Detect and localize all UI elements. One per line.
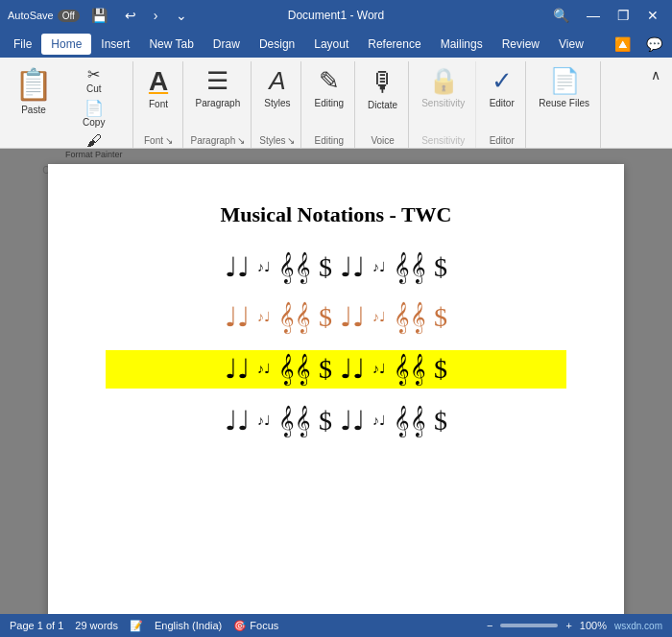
- more-commands-button[interactable]: ⌄: [170, 6, 193, 25]
- paragraph-label: Paragraph ↘: [191, 133, 246, 148]
- editor-items: ✓ Editor: [485, 63, 519, 133]
- notation-row-2: ♩♩ ♪♩ 𝄞𝄞$ ♩♩ ♪♩ 𝄞𝄞$: [217, 300, 455, 335]
- editor-label: Editor: [490, 133, 515, 148]
- zoom-in-button[interactable]: +: [565, 620, 571, 631]
- font-expand-icon[interactable]: ↘: [165, 135, 173, 146]
- format-painter-button[interactable]: 🖌 Format Painter: [61, 130, 127, 161]
- small-notes-1: ♪♩: [257, 261, 271, 274]
- editing-label: Editing: [314, 133, 344, 148]
- music-symbols-7: ♩♩: [340, 304, 365, 331]
- autosave-toggle[interactable]: AutoSave Off: [8, 10, 80, 22]
- paragraph-expand-icon[interactable]: ↘: [237, 135, 245, 146]
- menu-home[interactable]: Home: [41, 34, 91, 55]
- document-area: Musical Notations - TWC ♩♩ ♪♩ 𝄞𝄞$ ♩♩ ♪♩ …: [0, 149, 672, 614]
- music-symbols-12: 𝄞𝄞: [394, 356, 426, 383]
- page: Musical Notations - TWC ♩♩ ♪♩ 𝄞𝄞$ ♩♩ ♪♩ …: [48, 164, 624, 614]
- title-bar-left: AutoSave Off 💾 ↩ › ⌄: [8, 6, 193, 25]
- minimize-button[interactable]: —: [581, 6, 606, 25]
- ribbon-group-font: A Font Font ↘: [135, 61, 183, 148]
- voice-items: 🎙 Dictate: [363, 63, 402, 133]
- menu-references[interactable]: Reference: [358, 34, 430, 55]
- ribbon-group-paragraph: ☰ Paragraph Paragraph ↘: [185, 61, 252, 148]
- search-button[interactable]: 🔍: [547, 6, 575, 25]
- ribbon-group-clipboard: 📋 Paste ✂ Cut 📄 Copy 🖌 Format Painter: [4, 61, 133, 148]
- menu-draw[interactable]: Draw: [204, 34, 250, 55]
- menu-insert[interactable]: Insert: [91, 34, 139, 55]
- menu-file[interactable]: File: [4, 34, 41, 55]
- notation-row-3-highlighted: ♩♩ ♪♩ 𝄞𝄞$ ♩♩ ♪♩ 𝄞𝄞$: [106, 350, 566, 389]
- editing-button[interactable]: ✎ Editing: [309, 63, 348, 129]
- document-title: Document1 - Word: [288, 9, 384, 22]
- focus-mode[interactable]: 🎯 Focus: [233, 620, 278, 632]
- font-button[interactable]: A Font: [141, 63, 176, 129]
- ribbon: 📋 Paste ✂ Cut 📄 Copy 🖌 Format Painter: [0, 58, 672, 149]
- font-items: A Font: [141, 63, 176, 133]
- styles-items: A Styles: [259, 63, 295, 133]
- menu-view[interactable]: View: [549, 34, 593, 55]
- maximize-button[interactable]: ❐: [612, 6, 636, 25]
- menu-mailings[interactable]: Mailings: [431, 34, 492, 55]
- editing-items: ✎ Editing: [309, 63, 348, 133]
- help-btn[interactable]: 💬: [640, 35, 668, 54]
- autosave-state[interactable]: Off: [58, 10, 80, 22]
- small-notes-4: ♪♩: [372, 311, 386, 324]
- music-symbols-16: 𝄞𝄞: [394, 408, 426, 435]
- menu-design[interactable]: Design: [250, 34, 304, 55]
- dollar-2: $: [434, 254, 447, 281]
- track-changes-icon: 📝: [130, 620, 143, 632]
- notation-row-1: ♩♩ ♪♩ 𝄞𝄞$ ♩♩ ♪♩ 𝄞𝄞$: [217, 250, 455, 285]
- editor-button[interactable]: ✓ Editor: [485, 63, 519, 129]
- ribbon-group-editor: ✓ Editor Editor: [478, 61, 526, 148]
- dollar-8: $: [434, 408, 447, 435]
- redo-button[interactable]: ›: [148, 6, 164, 25]
- status-left: Page 1 of 1 29 words 📝 English (India) 🎯…: [10, 620, 278, 632]
- ribbon-group-reuse-files: 📄 Reuse Files: [528, 61, 601, 148]
- close-button[interactable]: ✕: [641, 6, 664, 25]
- save-button[interactable]: 💾: [85, 6, 113, 25]
- title-bar-right: 🔍 — ❐ ✕: [547, 6, 664, 25]
- menu-new-tab[interactable]: New Tab: [139, 34, 203, 55]
- music-symbols-15: ♩♩: [340, 408, 365, 435]
- reuse-files-button[interactable]: 📄 Reuse Files: [534, 63, 594, 129]
- zoom-slider[interactable]: [500, 624, 558, 627]
- ribbon-collapse-btn[interactable]: 🔼: [609, 35, 636, 54]
- music-symbols-1: ♩♩: [225, 254, 250, 281]
- ribbon-group-voice: 🎙 Dictate Voice: [357, 61, 409, 148]
- styles-button[interactable]: A Styles: [259, 63, 295, 129]
- music-symbols-13: ♩♩: [225, 408, 250, 435]
- clipboard-small-buttons: ✂ Cut 📄 Copy 🖌 Format Painter: [61, 63, 127, 161]
- music-symbols-3: ♩♩: [340, 254, 365, 281]
- paragraph-button[interactable]: ☰ Paragraph: [191, 63, 246, 129]
- ribbon-minimize-button[interactable]: ∧: [647, 65, 664, 84]
- undo-button[interactable]: ↩: [119, 6, 142, 25]
- dollar-3: $: [319, 304, 332, 331]
- word-count: 29 words: [75, 620, 118, 631]
- brand-label: wsxdn.com: [614, 621, 662, 631]
- menu-bar: File Home Insert New Tab Draw Design Lay…: [0, 31, 672, 58]
- small-notes-5: ♪♩: [257, 363, 271, 376]
- menu-review[interactable]: Review: [492, 34, 549, 55]
- sensitivity-button[interactable]: 🔒 Sensitivity: [417, 63, 469, 129]
- ribbon-group-styles: A Styles Styles ↘: [253, 61, 301, 148]
- paragraph-items: ☰ Paragraph: [191, 63, 246, 133]
- music-symbols-10: 𝄞𝄞: [278, 356, 311, 383]
- music-symbols-2: 𝄞𝄞: [278, 254, 311, 281]
- language: English (India): [155, 620, 222, 631]
- small-notes-3: ♪♩: [257, 311, 271, 324]
- music-symbols-8: 𝄞𝄞: [394, 304, 426, 331]
- dictate-button[interactable]: 🎙 Dictate: [363, 63, 402, 129]
- menu-layout[interactable]: Layout: [304, 34, 358, 55]
- ribbon-group-sensitivity: 🔒 Sensitivity Sensitivity: [411, 61, 476, 148]
- zoom-level: 100%: [580, 620, 607, 631]
- zoom-out-button[interactable]: −: [487, 620, 492, 631]
- music-symbols-6: 𝄞𝄞: [278, 304, 311, 331]
- cut-button[interactable]: ✂ Cut: [61, 63, 127, 96]
- paste-button[interactable]: 📋 Paste: [10, 63, 58, 129]
- music-symbols-9: ♩♩: [225, 356, 250, 383]
- autosave-label: AutoSave: [8, 10, 54, 21]
- copy-button[interactable]: 📄 Copy: [61, 97, 127, 130]
- music-symbols-5: ♩♩: [225, 304, 250, 331]
- styles-expand-icon[interactable]: ↘: [287, 135, 295, 146]
- document-title: Musical Notations - TWC: [221, 202, 452, 227]
- status-right: − + 100% wsxdn.com: [487, 620, 662, 631]
